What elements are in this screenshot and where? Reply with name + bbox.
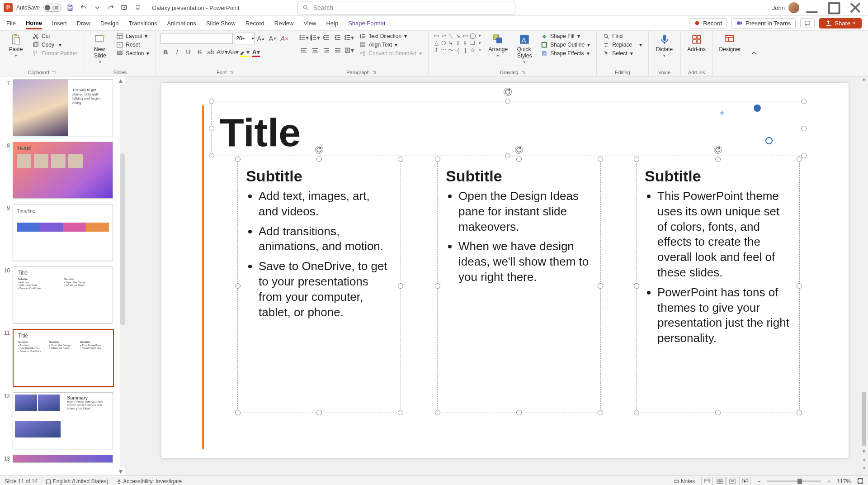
- start-from-beginning-icon[interactable]: [119, 3, 129, 13]
- window-close-icon[interactable]: [846, 1, 864, 14]
- shrink-font-icon[interactable]: A▼: [268, 33, 278, 43]
- column-1-bullets[interactable]: Add text, images, art, and videos. Add t…: [246, 189, 392, 320]
- tab-view[interactable]: View: [303, 18, 316, 29]
- addins-button[interactable]: Add-ins: [685, 33, 708, 53]
- zoom-level[interactable]: 117%: [837, 478, 851, 485]
- prev-slide-icon[interactable]: ▴: [861, 456, 867, 463]
- thumbnail-slide-7[interactable]: The way to get started is to quit talkin…: [13, 79, 113, 136]
- view-sorter-icon[interactable]: [714, 477, 726, 485]
- shape-fill-button[interactable]: Shape Fill ▾: [539, 33, 592, 40]
- zoom-out-icon[interactable]: −: [757, 478, 760, 485]
- thumbnail-slide-10[interactable]: TitleSubtitle• Add text...• Add transiti…: [13, 266, 113, 323]
- tab-shape-format[interactable]: Shape Format: [348, 18, 385, 29]
- tab-transitions[interactable]: Transitions: [128, 18, 157, 29]
- reset-button[interactable]: Reset: [115, 41, 151, 48]
- text-shadow-icon[interactable]: ab: [206, 47, 216, 57]
- slide-title[interactable]: Title: [220, 109, 301, 156]
- tab-file[interactable]: File: [6, 18, 16, 29]
- align-text-button[interactable]: Align Text ▾: [358, 41, 424, 48]
- format-painter-button[interactable]: Format Painter: [31, 50, 79, 57]
- language-button[interactable]: English (United States): [46, 478, 108, 485]
- highlight-icon[interactable]: ▾: [240, 47, 250, 57]
- layout-button[interactable]: Layout ▾: [115, 33, 151, 40]
- record-button[interactable]: Record: [689, 18, 727, 29]
- column-3-bullets[interactable]: This PowerPoint theme uses its own uniqu…: [645, 189, 791, 346]
- designer-button[interactable]: Designer: [717, 33, 743, 53]
- fit-to-window-icon[interactable]: [857, 478, 863, 485]
- tab-draw[interactable]: Draw: [77, 18, 90, 29]
- underline-icon[interactable]: U: [183, 47, 193, 57]
- column-3-subtitle[interactable]: Subtitle: [645, 167, 791, 185]
- quick-styles-button[interactable]: AQuick Styles▾: [513, 33, 536, 65]
- canvas-vertical-scrollbar[interactable]: ▲ ▼ ▴ ▾: [860, 76, 868, 475]
- column-2-bullets[interactable]: Open the Design Ideas pane for instant s…: [446, 189, 592, 285]
- ribbon-collapse-icon[interactable]: [747, 31, 761, 76]
- window-minimize-icon[interactable]: [803, 1, 821, 14]
- tab-help[interactable]: Help: [326, 18, 338, 29]
- font-size-input[interactable]: [235, 33, 255, 44]
- tab-review[interactable]: Review: [274, 18, 294, 29]
- content-placeholder-2[interactable]: Subtitle Open the Design Ideas pane for …: [437, 159, 601, 413]
- content-placeholder-3[interactable]: Subtitle This PowerPoint theme uses its …: [636, 159, 800, 413]
- cut-button[interactable]: Cut: [31, 33, 79, 40]
- paste-button[interactable]: Paste▾: [5, 33, 27, 59]
- italic-icon[interactable]: I: [172, 47, 182, 57]
- view-normal-icon[interactable]: [701, 477, 713, 485]
- present-in-teams-button[interactable]: Present in Teams: [731, 18, 796, 29]
- thumbnail-slide-12[interactable]: SummaryWith PowerPoint you can create pr…: [13, 392, 113, 449]
- slide-counter[interactable]: Slide 11 of 14: [5, 478, 38, 485]
- rotation-handle-icon[interactable]: [714, 146, 722, 154]
- view-reading-icon[interactable]: [726, 477, 738, 485]
- comments-button[interactable]: [800, 18, 815, 28]
- align-right-icon[interactable]: [321, 45, 331, 55]
- font-color-icon[interactable]: A▾: [251, 47, 261, 57]
- search-input[interactable]: Search: [297, 1, 515, 14]
- grow-font-icon[interactable]: A▲: [256, 33, 266, 43]
- tab-insert[interactable]: Insert: [52, 18, 67, 29]
- bold-icon[interactable]: B: [160, 47, 170, 57]
- replace-button[interactable]: Replace ▾: [601, 41, 643, 48]
- rotation-handle-icon[interactable]: [315, 146, 323, 154]
- undo-dropdown-icon[interactable]: [92, 3, 102, 13]
- select-button[interactable]: Select ▾: [601, 50, 643, 57]
- new-slide-button[interactable]: New Slide▾: [89, 33, 111, 65]
- save-icon[interactable]: [65, 3, 75, 13]
- rotation-handle-icon[interactable]: [504, 88, 512, 96]
- copy-button[interactable]: Copy▾: [31, 41, 79, 48]
- shape-effects-button[interactable]: Shape Effects ▾: [539, 50, 592, 57]
- thumbnail-slide-8[interactable]: TEAM: [13, 142, 113, 199]
- clear-formatting-icon[interactable]: A✕: [279, 33, 289, 43]
- change-case-icon[interactable]: Aa▾: [228, 47, 238, 57]
- arrange-button[interactable]: Arrange▾: [486, 33, 509, 59]
- notes-button[interactable]: Notes: [674, 478, 695, 485]
- increase-indent-icon[interactable]: [333, 33, 343, 43]
- char-spacing-icon[interactable]: AV▾: [217, 47, 227, 57]
- align-left-icon[interactable]: [299, 45, 309, 55]
- autosave-toggle[interactable]: Off: [43, 4, 61, 12]
- thumbnail-slide-11[interactable]: TitleSubtitle• Add text...• Add transiti…: [13, 329, 114, 387]
- tab-design[interactable]: Design: [100, 18, 118, 29]
- convert-smartart-button[interactable]: Convert to SmartArt ▾: [358, 50, 424, 57]
- redo-icon[interactable]: [106, 3, 116, 13]
- content-placeholder-1[interactable]: Subtitle Add text, images, art, and vide…: [237, 159, 401, 413]
- shapes-gallery[interactable]: ▭▱＼↘▭◯▾ △⬡↳⇧⇩☐▾ ⤴〰〜{}☆≡: [433, 33, 483, 53]
- numbering-icon[interactable]: 123▾: [310, 33, 320, 43]
- slide-canvas[interactable]: Title + Subtitle Add text, images, art, …: [125, 76, 868, 475]
- undo-icon[interactable]: [79, 3, 89, 13]
- share-button[interactable]: Share▾: [819, 18, 862, 29]
- bullets-icon[interactable]: ▾: [299, 33, 309, 43]
- text-direction-button[interactable]: Text Direction ▾: [358, 33, 424, 40]
- dictate-button[interactable]: Dictate▾: [653, 33, 676, 59]
- view-slideshow-icon[interactable]: [739, 477, 751, 485]
- strikethrough-icon[interactable]: S: [194, 47, 204, 57]
- find-button[interactable]: Find: [601, 33, 643, 40]
- qat-customize-icon[interactable]: [133, 3, 143, 13]
- shape-outline-button[interactable]: Shape Outline ▾: [539, 41, 592, 48]
- font-family-input[interactable]: [160, 33, 233, 44]
- next-slide-icon[interactable]: ▾: [861, 466, 867, 472]
- decrease-indent-icon[interactable]: [321, 33, 331, 43]
- column-1-subtitle[interactable]: Subtitle: [246, 167, 392, 185]
- line-spacing-icon[interactable]: ▾: [344, 33, 354, 43]
- accessibility-button[interactable]: Accessibility: Investigate: [116, 478, 182, 485]
- user-account[interactable]: John: [772, 2, 799, 13]
